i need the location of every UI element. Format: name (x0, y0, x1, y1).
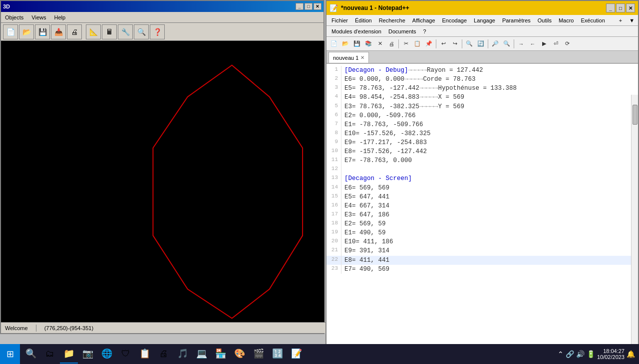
menu-recherche[interactable]: Recherche (376, 16, 408, 24)
taskbar-word-icon[interactable]: 📝 (288, 345, 306, 364)
line-17: 17 E3= 647, 186 (326, 210, 638, 219)
taskbar-pc-icon[interactable]: 💻 (193, 345, 211, 364)
taskbar-explorer-icon[interactable]: 📁 (60, 345, 78, 364)
line-8: 8 E10= -157.526, -382.325 (326, 129, 638, 138)
line-21: 21 E9= 391, 314 (326, 246, 638, 255)
npp-copy-btn[interactable]: 📋 (412, 38, 423, 49)
help-button[interactable]: ❓ (150, 24, 165, 39)
menu-modules[interactable]: Modules d'extension (328, 27, 384, 35)
left-titlebar: 3D _ □ ✕ (1, 1, 323, 12)
line-6: 6 E2= 0.000, -509.766 (326, 111, 638, 120)
measure-button[interactable]: 📐 (86, 24, 101, 39)
npp-save-btn[interactable]: 💾 (351, 38, 362, 49)
system-clock[interactable]: 18:04:27 10/02/2023 (597, 348, 625, 360)
npp-outdent-btn[interactable]: ← (527, 38, 538, 49)
menu-parametres[interactable]: Paramètres (499, 16, 534, 24)
npp-wrap-btn[interactable]: ⏎ (550, 38, 561, 49)
menu-dropdown[interactable]: ▼ (626, 16, 638, 24)
menu-execution[interactable]: Exécution (578, 16, 608, 24)
tab-nouveau1[interactable]: nouveau 1 ✕ (328, 52, 369, 63)
npp-editor[interactable]: 1 [Decagon - Debug]→→→→→Rayon = 127.442 … (326, 64, 638, 347)
menu-outils[interactable]: Outils (535, 16, 555, 24)
zoom-button[interactable]: 🔍 (134, 24, 149, 39)
taskbar-security-icon[interactable]: 🛡 (117, 345, 135, 364)
tray-battery-icon[interactable]: 🔋 (587, 350, 595, 358)
npp-find-btn[interactable]: 🔍 (464, 38, 475, 49)
right-title-text: *nouveau 1 - Notepad++ (341, 4, 606, 11)
calc-button[interactable]: 🖩 (102, 24, 117, 39)
new-button[interactable]: 📄 (3, 24, 18, 39)
line-22: 22 E8= 411, 441 (326, 256, 638, 265)
save-button[interactable]: 💾 (35, 24, 50, 39)
npp-sync-btn[interactable]: ⟳ (562, 38, 573, 49)
taskbar-search-icon[interactable]: 🔍 (22, 345, 40, 364)
tray-volume-icon[interactable]: 🔊 (576, 350, 585, 358)
npp-redo-btn[interactable]: ↪ (449, 38, 460, 49)
tray-notification-icon[interactable]: 🔔 (627, 350, 635, 358)
toolbar-sep-4 (488, 39, 488, 48)
menu-views[interactable]: Views (29, 13, 48, 21)
npp-paste-btn[interactable]: 📌 (423, 38, 434, 49)
npp-print-btn[interactable]: 🖨 (386, 38, 397, 49)
npp-indent-btn[interactable]: → (516, 38, 527, 49)
left-toolbar: 📄 📂 💾 📥 🖨 📐 🖩 🔧 🔍 ❓ (1, 23, 323, 41)
taskbar-store-icon[interactable]: 🏪 (212, 345, 230, 364)
tray-network-icon[interactable]: 🔗 (566, 350, 574, 358)
line-3: 3 E5= 78.763, -127.442→→→→→Hypothénuse =… (326, 84, 638, 93)
npp-cut-btn[interactable]: ✂ (400, 38, 411, 49)
taskbar-music-icon[interactable]: 🎵 (174, 345, 192, 364)
npp-open-btn[interactable]: 📂 (340, 38, 351, 49)
npp-replace-btn[interactable]: 🔄 (475, 38, 486, 49)
right-maximize-button[interactable]: □ (616, 3, 625, 12)
menu-documents[interactable]: Documents (385, 27, 419, 35)
taskbar-paint-icon[interactable]: 🎨 (231, 345, 249, 364)
left-statusbar: Welcome (776,250)-(954-351) (1, 322, 325, 333)
npp-saveall-btn[interactable]: 📚 (363, 38, 374, 49)
npp-zoomin-btn[interactable]: 🔎 (490, 38, 501, 49)
system-tray: ⌃ 🔗 🔊 🔋 18:04:27 10/02/2023 🔔 (554, 348, 639, 360)
taskbar-notes-icon[interactable]: 📋 (136, 345, 154, 364)
open-button[interactable]: 📂 (19, 24, 34, 39)
taskbar-browser-icon[interactable]: 🌐 (98, 345, 116, 364)
npp-toolbar: 📄 📂 💾 📚 ✕ 🖨 ✂ 📋 📌 ↩ ↪ 🔍 🔄 🔎 🔍 → ← ▶ ⏎ ⟳ (326, 37, 638, 51)
npp-vscroll-thumb[interactable] (633, 105, 638, 125)
right-minimize-button[interactable]: _ (606, 3, 615, 12)
tab-close-icon[interactable]: ✕ (360, 55, 364, 60)
npp-vertical-scrollbar[interactable] (631, 95, 638, 352)
left-minimize-button[interactable]: _ (296, 3, 304, 10)
taskbar-calc-icon[interactable]: 🔢 (269, 345, 287, 364)
settings-button[interactable]: 🔧 (118, 24, 133, 39)
npp-macro-btn[interactable]: ▶ (539, 38, 550, 49)
taskbar-printer-icon[interactable]: 🖨 (155, 345, 173, 364)
menu-objects[interactable]: Objects (3, 13, 25, 21)
tray-chevron-icon[interactable]: ⌃ (558, 350, 564, 358)
menu-encodage[interactable]: Encodage (439, 16, 470, 24)
menu-plus[interactable]: + (616, 16, 625, 24)
npp-undo-btn[interactable]: ↩ (438, 38, 449, 49)
print-button[interactable]: 🖨 (67, 24, 82, 39)
line-10: 10 E8= -157.526, -127.442 (326, 147, 638, 156)
npp-zoomout-btn[interactable]: 🔍 (501, 38, 512, 49)
menu-langage[interactable]: Langage (471, 16, 498, 24)
line-7: 7 E1= -78.763, -509.766 (326, 120, 638, 129)
right-close-button[interactable]: ✕ (626, 3, 635, 12)
line-19: 19 E1= 490, 59 (326, 228, 638, 237)
save-as-button[interactable]: 📥 (51, 24, 66, 39)
taskbar-photos-icon[interactable]: 📷 (79, 345, 97, 364)
npp-close-btn[interactable]: ✕ (374, 38, 385, 49)
left-close-button[interactable]: ✕ (314, 3, 321, 10)
taskbar-media-icon[interactable]: 🎬 (250, 345, 268, 364)
decagon-shape (1, 41, 324, 324)
left-maximize-button[interactable]: □ (305, 3, 313, 10)
taskbar-pinned-icons: 🔍 🗂 📁 📷 🌐 🛡 📋 🖨 🎵 💻 🏪 🎨 🎬 🔢 📝 (20, 345, 308, 364)
menu-macro[interactable]: Macro (556, 16, 577, 24)
start-button[interactable]: ⊞ (0, 344, 20, 364)
menu-edition[interactable]: Édition (352, 16, 375, 24)
menu-affichage[interactable]: Affichage (409, 16, 438, 24)
menu-question[interactable]: ? (420, 27, 429, 35)
menu-fichier[interactable]: Fichier (328, 16, 351, 24)
taskbar-taskview-icon[interactable]: 🗂 (41, 345, 59, 364)
right-title-controls: _ □ ✕ (606, 3, 635, 12)
menu-help[interactable]: Help (52, 13, 67, 21)
npp-new-btn[interactable]: 📄 (328, 38, 339, 49)
